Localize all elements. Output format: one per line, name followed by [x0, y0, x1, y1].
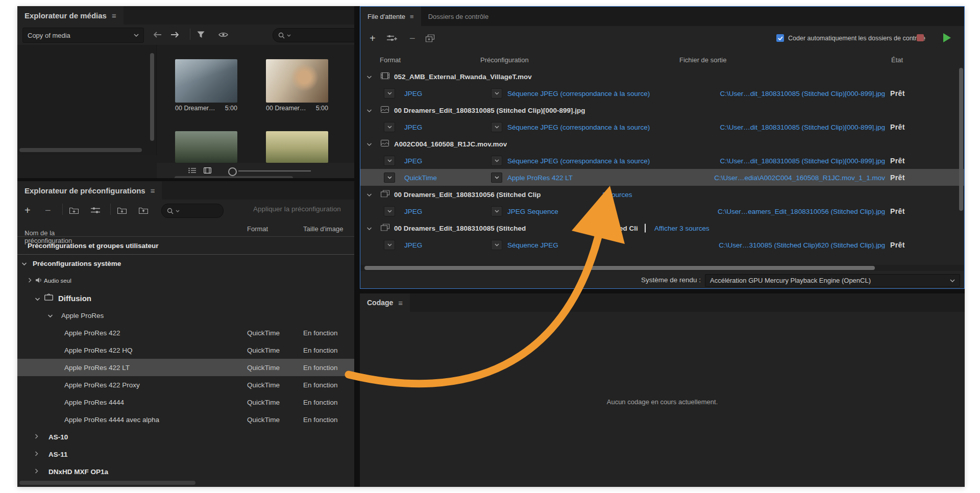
tab-watch-folders[interactable]: Dossiers de contrôle: [421, 7, 496, 26]
output-preset[interactable]: Séquence JPEG (correspondance à la sourc…: [507, 123, 650, 131]
collapse-icon[interactable]: [366, 140, 372, 147]
output-file-link[interactable]: C:\User…dit_1808310085 (Stitched Clip)[0…: [646, 123, 885, 131]
output-preset[interactable]: Séquence JPEG (correspondance à la sourc…: [507, 157, 650, 164]
vertical-scrollbar[interactable]: [150, 53, 154, 141]
format-dropdown[interactable]: [384, 88, 395, 98]
clip-thumbnail[interactable]: [175, 59, 237, 103]
clip-thumbnail[interactable]: [266, 59, 328, 103]
format-dropdown[interactable]: [384, 240, 395, 250]
preset-dropdown[interactable]: [491, 88, 502, 98]
chevron-down-icon[interactable]: [21, 260, 27, 267]
auto-encode-checkbox[interactable]: [776, 34, 784, 42]
zoom-slider-track[interactable]: [238, 170, 311, 171]
media-source-dropdown[interactable]: Copy of media: [22, 28, 144, 43]
horizontal-scrollbar[interactable]: [175, 176, 293, 178]
preset-item[interactable]: Apple ProRes 422 Proxy QuickTime En fonc…: [17, 376, 354, 393]
horizontal-scrollbar[interactable]: [19, 148, 142, 152]
preset-group-as11[interactable]: AS-11: [17, 446, 354, 463]
collapse-icon[interactable]: [366, 72, 372, 80]
column-format[interactable]: Format: [247, 225, 268, 233]
queue-source-row[interactable]: 052_AMB_External_Rwanda_VillageT.mov: [360, 68, 964, 85]
preset-dropdown[interactable]: [491, 172, 502, 183]
preset-group-apple-prores[interactable]: Apple ProRes: [17, 307, 354, 324]
clip-thumbnail[interactable]: [266, 131, 328, 163]
queue-output-row[interactable]: JPEG Séquence JPEG (correspondance à la …: [360, 152, 964, 169]
output-format[interactable]: JPEG: [404, 123, 422, 131]
panel-menu-icon[interactable]: ≡: [410, 13, 414, 20]
preset-group-as10[interactable]: AS-10: [17, 428, 354, 446]
preset-dropdown[interactable]: [491, 156, 502, 166]
queue-output-row[interactable]: JPEG Séquence JPEG C:\User…310085 (Stitc…: [360, 236, 964, 253]
tab-queue[interactable]: File d'attente ≡: [360, 7, 421, 26]
clip-thumbnail[interactable]: [175, 131, 237, 163]
output-format[interactable]: QuickTime: [404, 174, 437, 181]
collapse-icon[interactable]: [366, 106, 372, 114]
preset-group-audio[interactable]: Audio seul: [17, 272, 354, 289]
panel-menu-icon[interactable]: ≡: [151, 186, 155, 195]
zoom-slider-handle[interactable]: [228, 167, 237, 176]
collapse-icon[interactable]: [366, 190, 372, 198]
collapse-icon[interactable]: [366, 224, 372, 232]
preset-group-system[interactable]: Préconfigurations système: [17, 255, 354, 272]
new-group-icon[interactable]: [69, 207, 79, 214]
media-search-input[interactable]: [273, 28, 354, 42]
delete-preset-icon[interactable]: −: [45, 205, 51, 215]
output-format[interactable]: JPEG: [404, 157, 422, 164]
horizontal-scrollbar[interactable]: [19, 481, 195, 485]
media-browser-tab[interactable]: Explorateur de médias ≡: [17, 6, 124, 24]
add-source-icon[interactable]: +: [370, 33, 376, 43]
preset-item[interactable]: Apple ProRes 4444 QuickTime En fonction: [17, 393, 354, 411]
apply-preset-button[interactable]: Appliquer la préconfiguration: [253, 205, 341, 213]
panel-menu-icon[interactable]: ≡: [112, 11, 116, 20]
chevron-right-icon[interactable]: [28, 278, 32, 284]
output-file-link[interactable]: C:\User…edia\A002C004_160508_R1JC.mov_1_…: [646, 174, 885, 181]
chevron-down-icon[interactable]: [47, 312, 53, 319]
start-queue-button[interactable]: [943, 33, 951, 42]
vertical-scrollbar-thumb[interactable]: [959, 68, 963, 211]
format-dropdown[interactable]: [384, 206, 395, 216]
thumbnail-view-icon[interactable]: [204, 167, 211, 174]
format-dropdown[interactable]: [384, 172, 395, 183]
queue-output-row[interactable]: JPEG JPEG Sequence C:\User…eamers_Edit_1…: [360, 203, 964, 219]
output-format[interactable]: JPEG: [404, 89, 422, 97]
preset-search-input[interactable]: [161, 204, 224, 218]
chevron-right-icon[interactable]: [35, 468, 38, 476]
panel-menu-icon[interactable]: ≡: [398, 299, 403, 307]
encoding-tab[interactable]: Codage ≡: [360, 293, 410, 312]
preset-dropdown[interactable]: [491, 206, 502, 216]
import-preset-icon[interactable]: [117, 207, 127, 214]
duplicate-icon[interactable]: [426, 35, 434, 42]
output-format[interactable]: JPEG: [404, 241, 422, 249]
output-file-link[interactable]: C:\User…310085 (Stitched Clip)620 (Stitc…: [646, 241, 885, 249]
column-size[interactable]: Taille d'image: [303, 225, 343, 233]
preset-browser-tab[interactable]: Explorateur de préconfigurations ≡: [17, 181, 162, 200]
preset-dropdown[interactable]: [491, 240, 502, 250]
preset-item[interactable]: Apple ProRes 4444 avec alpha QuickTime E…: [17, 411, 354, 428]
horizontal-scrollbar-track[interactable]: [360, 265, 964, 271]
filter-icon[interactable]: [197, 31, 205, 38]
list-view-icon[interactable]: [188, 167, 196, 174]
preset-item[interactable]: Apple ProRes 422 QuickTime En fonction: [17, 324, 354, 341]
back-icon[interactable]: [153, 32, 162, 38]
output-file-link[interactable]: C:\User…eamers_Edit_1808310056 (Stitched…: [646, 207, 885, 215]
output-file-link[interactable]: C:\User…dit_1808310085 (Stitched Clip)[0…: [646, 89, 885, 97]
chevron-right-icon[interactable]: [35, 433, 38, 441]
preset-group-dnxhd[interactable]: DNxHD MXF OP1a: [17, 463, 354, 480]
preset-dropdown[interactable]: [491, 122, 502, 132]
output-preset[interactable]: JPEG Sequence: [507, 207, 558, 215]
preset-item[interactable]: Apple ProRes 422 HQ QuickTime En fonctio…: [17, 341, 354, 359]
chevron-down-icon[interactable]: [35, 294, 40, 303]
queue-output-row[interactable]: JPEG Séquence JPEG (correspondance à la …: [360, 85, 964, 102]
forward-icon[interactable]: [170, 32, 179, 38]
create-preset-icon[interactable]: +: [24, 205, 31, 215]
show-sources-link[interactable]: 3 sources: [602, 190, 632, 198]
chevron-right-icon[interactable]: [35, 451, 38, 458]
output-preset[interactable]: Séquence JPEG: [507, 241, 558, 249]
output-preset[interactable]: Séquence JPEG (correspondance à la sourc…: [507, 89, 650, 97]
show-sources-link[interactable]: Afficher 3 sources: [654, 224, 709, 232]
queue-source-row[interactable]: A002C004_160508_R1JC.mov.mov: [360, 135, 964, 152]
output-preset[interactable]: Apple ProRes 422 LT: [507, 174, 573, 181]
add-output-icon[interactable]: [387, 34, 397, 42]
queue-output-row-selected[interactable]: QuickTime Apple ProRes 422 LT C:\User…ed…: [360, 169, 964, 186]
export-preset-icon[interactable]: [139, 207, 148, 214]
